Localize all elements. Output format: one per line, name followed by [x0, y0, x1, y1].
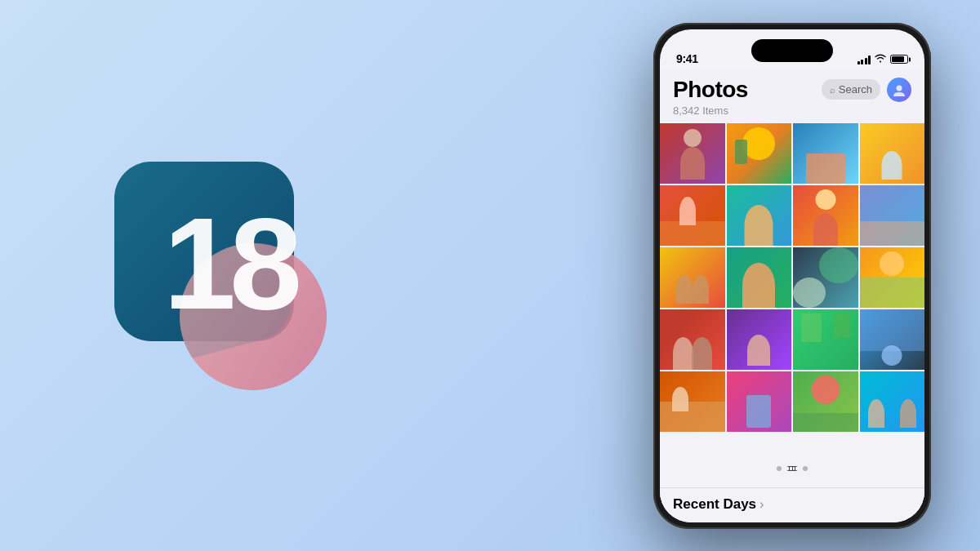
- photo-row-3: [660, 247, 924, 308]
- photos-app-content: Photos ⌕ Search: [660, 70, 924, 522]
- wifi-icon: [875, 54, 886, 65]
- photo-cell-12: [860, 247, 925, 308]
- recent-days-row: Recent Days ›: [673, 496, 764, 513]
- pagination-dot-1[interactable]: [777, 466, 782, 471]
- status-icons: [858, 54, 909, 65]
- avatar-icon: [892, 82, 906, 97]
- photo-cell-1: [660, 123, 725, 184]
- ios18-logo: 18: [98, 145, 343, 390]
- photo-cell-17: [660, 371, 725, 432]
- photo-cell-3: [793, 123, 858, 184]
- photo-cell-20: [860, 371, 925, 432]
- photo-cell-8: [860, 185, 925, 246]
- photo-cell-16: [860, 309, 925, 370]
- search-label: Search: [839, 83, 872, 96]
- svg-point-5: [897, 85, 902, 91]
- search-icon: ⌕: [830, 85, 835, 95]
- photo-cell-11: [793, 247, 858, 308]
- photos-header: Photos ⌕ Search: [660, 70, 924, 122]
- photo-row-2: [660, 185, 924, 246]
- iphone-mockup: 9:41: [653, 23, 931, 529]
- dynamic-island: [751, 39, 833, 62]
- photo-grid: [660, 122, 924, 435]
- iphone-body: 9:41: [653, 23, 931, 529]
- pagination-bar: [660, 460, 924, 478]
- pagination-dot-3[interactable]: [803, 466, 808, 471]
- photos-header-row: Photos ⌕ Search: [673, 77, 911, 103]
- recent-days-bar: Recent Days ›: [660, 487, 924, 522]
- photo-cell-6: [727, 185, 792, 246]
- photo-cell-10: [727, 247, 792, 308]
- battery-icon: [890, 55, 908, 64]
- photo-cell-4: [860, 123, 925, 184]
- photo-cell-9: [660, 247, 725, 308]
- photo-cell-14: [727, 309, 792, 370]
- photo-cell-7: [793, 185, 858, 246]
- photo-cell-13: [660, 309, 725, 370]
- svg-text:18: 18: [163, 190, 299, 336]
- photos-header-actions: ⌕ Search: [822, 78, 911, 102]
- iphone-screen: 9:41: [660, 29, 924, 522]
- photos-title: Photos: [673, 77, 748, 103]
- ios18-logo-container: 18: [98, 145, 359, 407]
- chevron-right-icon: ›: [760, 497, 764, 512]
- signal-icon: [858, 55, 871, 64]
- photo-cell-5: [660, 185, 725, 246]
- search-button[interactable]: ⌕ Search: [822, 79, 880, 100]
- avatar[interactable]: [887, 78, 911, 102]
- photo-row-4: [660, 309, 924, 370]
- recent-days-title[interactable]: Recent Days: [673, 496, 756, 513]
- status-time: 9:41: [676, 52, 698, 65]
- photos-item-count: 8,342 Items: [673, 104, 911, 117]
- pagination-dot-active[interactable]: [786, 466, 798, 471]
- photo-cell-19: [793, 371, 858, 432]
- photo-cell-18: [727, 371, 792, 432]
- photo-row-1: [660, 123, 924, 184]
- photo-cell-2: [727, 123, 792, 184]
- photo-cell-15: [793, 309, 858, 370]
- photo-row-5: [660, 371, 924, 432]
